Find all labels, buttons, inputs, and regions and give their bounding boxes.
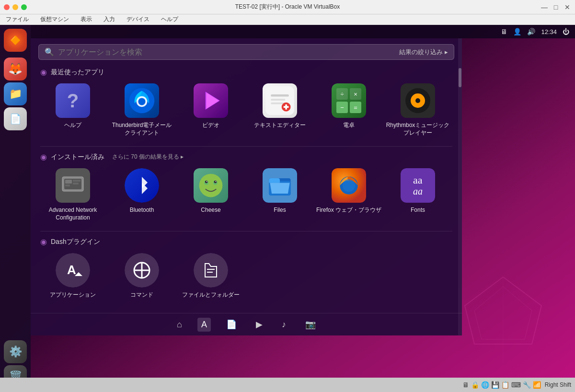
svg-rect-19 bbox=[65, 184, 70, 186]
dash-applications-icon: A bbox=[56, 253, 90, 288]
app-launcher: 🔍 結果の絞り込み ▸ ◉ 最近使ったアプリ ? ヘルプ bbox=[31, 38, 462, 335]
app-help[interactable]: ? ヘルプ bbox=[38, 80, 107, 140]
menu-help[interactable]: ヘルプ bbox=[159, 14, 180, 24]
tray-icon-5[interactable]: 📋 bbox=[501, 381, 509, 389]
netconf-icon bbox=[56, 168, 90, 203]
app-thunderbird-label: Thunderbird電子メールクライアント bbox=[109, 122, 174, 137]
menu-devices[interactable]: デバイス bbox=[125, 14, 151, 24]
app-help-label: ヘルプ bbox=[64, 122, 81, 129]
dash-app-applications[interactable]: A アプリケーション bbox=[38, 249, 107, 303]
svg-text:A: A bbox=[67, 263, 76, 277]
tray-icon-1[interactable]: 🖥 bbox=[462, 381, 469, 389]
maximize-btn[interactable] bbox=[21, 4, 27, 10]
section-divider-2 bbox=[40, 231, 452, 231]
close-btn[interactable] bbox=[4, 4, 10, 10]
app-bluetooth-label: Bluetooth bbox=[130, 207, 154, 214]
calc-icon: ÷ × − = bbox=[332, 83, 366, 118]
dash-applications-label: アプリケーション bbox=[50, 291, 96, 299]
system-top-bar: 🖥 👤 🔊 12:34 ⏻ bbox=[31, 25, 575, 38]
taskbar-files[interactable]: 📁 bbox=[4, 82, 27, 105]
filter-photo-icon[interactable]: 📷 bbox=[301, 317, 320, 332]
thunderbird-icon bbox=[125, 83, 159, 118]
menu-file[interactable]: ファイル bbox=[4, 14, 31, 24]
app-texteditor-label: テキストエディター bbox=[254, 122, 306, 129]
app-texteditor[interactable]: テキストエディター bbox=[245, 80, 314, 140]
app-rhythmbox[interactable]: Rhythmboxミュージックプレイヤー bbox=[383, 80, 452, 140]
scroll-thumb[interactable] bbox=[459, 68, 461, 87]
search-bar: 🔍 結果の絞り込み ▸ bbox=[38, 44, 454, 60]
see-more-link[interactable]: さらに 70 個の結果を見る ▸ bbox=[112, 153, 184, 161]
app-calc[interactable]: ÷ × − = 電卓 bbox=[314, 80, 383, 140]
dash-check-icon: ◉ bbox=[40, 237, 47, 246]
taskbar-left: 🔶 🦊 📁 📄 ⚙️ 🗑️ bbox=[0, 25, 31, 392]
app-bluetooth[interactable]: Bluetooth bbox=[107, 164, 176, 225]
taskbar-ubuntu-logo[interactable]: 🔶 bbox=[4, 29, 27, 52]
menu-view[interactable]: 表示 bbox=[79, 14, 94, 24]
tray-icon-7[interactable]: 🔧 bbox=[523, 381, 531, 389]
win-close[interactable]: ✕ bbox=[564, 3, 571, 11]
filter-bar: ⌂ A 📄 ▶ ♪ 📷 bbox=[31, 313, 462, 335]
svg-rect-15 bbox=[284, 106, 289, 108]
filter-files-icon[interactable]: 📄 bbox=[222, 317, 241, 332]
sys-monitor-icon[interactable]: 🖥 bbox=[501, 28, 507, 35]
svg-point-28 bbox=[215, 181, 216, 182]
launcher-scrollbar[interactable] bbox=[458, 38, 462, 335]
vm-content: 🔶 🦊 📁 📄 ⚙️ 🗑️ 🖥 👤 🔊 12:34 ⏻ bbox=[0, 25, 575, 392]
svg-rect-32 bbox=[269, 180, 280, 183]
fonts-icon: aa aa bbox=[401, 168, 435, 203]
tray-icon-3[interactable]: 🌐 bbox=[481, 381, 489, 389]
app-firefox[interactable]: Firefox ウェブ・ブラウザ bbox=[314, 164, 383, 225]
tray-icon-6[interactable]: ⌨ bbox=[511, 381, 521, 389]
installed-check-icon: ◉ bbox=[40, 152, 47, 161]
app-fonts[interactable]: aa aa Fonts bbox=[383, 164, 452, 225]
tray-icon-2[interactable]: 🔒 bbox=[471, 381, 479, 389]
win-minimize[interactable]: — bbox=[540, 3, 548, 11]
menu-vm[interactable]: 仮想マシン bbox=[38, 14, 71, 24]
svg-rect-21 bbox=[73, 183, 79, 184]
filter-apps-icon[interactable]: A bbox=[197, 318, 211, 332]
menu-bar: ファイル 仮想マシン 表示 入力 デバイス ヘルプ bbox=[0, 14, 575, 25]
svg-point-25 bbox=[205, 181, 208, 184]
rhythmbox-icon bbox=[401, 83, 435, 118]
system-time: 12:34 bbox=[541, 28, 557, 35]
firefox-icon bbox=[332, 168, 366, 203]
app-firefox-label: Firefox ウェブ・ブラウザ bbox=[316, 207, 381, 214]
filter-video-icon[interactable]: ▶ bbox=[252, 317, 266, 332]
taskbar-text-editor[interactable]: 📄 bbox=[4, 107, 27, 130]
app-calc-label: 電卓 bbox=[343, 122, 355, 129]
tray-icon-4[interactable]: 💾 bbox=[491, 381, 499, 389]
app-files[interactable]: Files bbox=[245, 164, 314, 225]
dash-app-command[interactable]: コマンド bbox=[107, 249, 176, 303]
bluetooth-icon bbox=[125, 168, 159, 203]
tray-icon-8[interactable]: 📶 bbox=[533, 381, 541, 389]
minimize-btn[interactable] bbox=[12, 4, 18, 10]
installed-apps-grid: Advanced Network Configuration Bluetooth bbox=[31, 164, 462, 229]
app-cheese[interactable]: Cheese bbox=[176, 164, 245, 225]
search-input[interactable] bbox=[58, 48, 399, 57]
svg-point-27 bbox=[207, 181, 207, 182]
help-icon: ? bbox=[56, 83, 90, 118]
filter-home-icon[interactable]: ⌂ bbox=[173, 318, 186, 332]
tray-right-shift-label: Right Shift bbox=[545, 381, 571, 388]
app-video[interactable]: ビデオ bbox=[176, 80, 245, 140]
taskbar-firefox[interactable]: 🦊 bbox=[4, 58, 27, 81]
dash-app-files[interactable]: ファイルとフォルダー bbox=[176, 249, 245, 303]
app-netconf[interactable]: Advanced Network Configuration bbox=[38, 164, 107, 225]
dash-files-label: ファイルとフォルダー bbox=[182, 291, 240, 299]
svg-point-34 bbox=[343, 179, 355, 192]
app-video-label: ビデオ bbox=[202, 122, 219, 129]
svg-point-5 bbox=[138, 98, 146, 105]
sys-sound-icon[interactable]: 🔊 bbox=[527, 28, 535, 35]
taskbar-settings[interactable]: ⚙️ bbox=[4, 340, 27, 363]
filter-button[interactable]: 結果の絞り込み ▸ bbox=[399, 48, 448, 57]
svg-rect-10 bbox=[271, 94, 289, 97]
dash-section-header: ◉ Dashプラグイン bbox=[31, 233, 462, 249]
search-icon: 🔍 bbox=[45, 47, 54, 57]
menu-input[interactable]: 入力 bbox=[102, 14, 117, 24]
sys-user-icon[interactable]: 👤 bbox=[513, 28, 521, 35]
sys-power-icon[interactable]: ⏻ bbox=[563, 28, 569, 35]
svg-rect-18 bbox=[65, 180, 72, 184]
win-maximize[interactable]: □ bbox=[552, 3, 560, 11]
app-thunderbird[interactable]: Thunderbird電子メールクライアント bbox=[107, 80, 176, 140]
filter-music-icon[interactable]: ♪ bbox=[278, 318, 290, 332]
